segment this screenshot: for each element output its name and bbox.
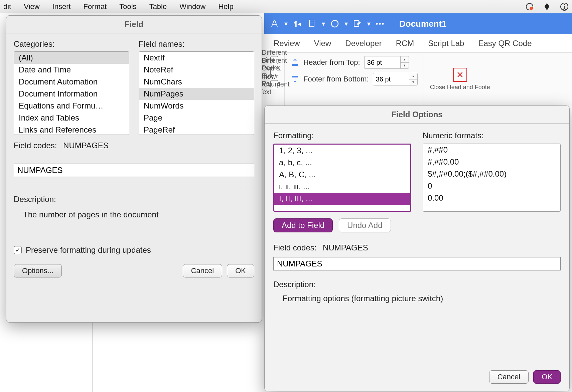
field-codes-label: Field codes: (14, 141, 57, 150)
ribbon-tabs: Review View Developer RCM Script Lab Eas… (264, 34, 572, 53)
header-top-stepper[interactable]: ▲▼ (400, 56, 409, 69)
category-option[interactable]: Index and Tables (14, 112, 129, 124)
formatting-option[interactable]: a, b, c, ... (274, 157, 410, 169)
header-from-top-label: Header from Top: (303, 58, 360, 67)
more-icon[interactable]: ••• (375, 18, 386, 29)
field-names-listbox[interactable]: NextIf NoteRef NumChars NumPages NumWord… (139, 51, 254, 135)
accessibility-icon[interactable] (560, 2, 569, 11)
menu-tools[interactable]: Tools (119, 2, 136, 11)
description-text: The number of pages in the document (23, 210, 254, 219)
document-name: Document1 (399, 19, 447, 29)
tab-script-lab[interactable]: Script Lab (428, 39, 464, 48)
add-to-field-button[interactable]: Add to Field (273, 218, 333, 232)
field-options-dialog: Field Options Formatting: 1, 2, 3, ... a… (264, 106, 570, 391)
header-top-icon (291, 58, 299, 67)
field-codes-value: NUMPAGES (63, 141, 109, 150)
document-insert-icon[interactable] (306, 18, 318, 29)
categories-listbox[interactable]: (All) Date and Time Document Automation … (14, 51, 129, 135)
edit-document-icon[interactable] (352, 18, 363, 29)
options-button[interactable]: Options... (14, 264, 62, 277)
formatting-option[interactable]: I, II, III, ... (274, 193, 410, 205)
category-option[interactable]: Date and Time (14, 64, 129, 76)
menubar: dit View Insert Format Tools Table Windo… (0, 0, 572, 13)
category-option[interactable]: Links and References (14, 124, 129, 135)
numeric-format-option[interactable]: 0 (423, 180, 560, 192)
divider (14, 188, 254, 188)
fo-description-text: Formatting options (formatting picture s… (283, 294, 561, 303)
formatting-option[interactable]: i, ii, iii, ... (274, 181, 410, 193)
field-options-title: Field Options (265, 106, 569, 124)
menu-window[interactable]: Window (179, 2, 205, 11)
cancel-button[interactable]: Cancel (183, 264, 222, 277)
tab-view[interactable]: View (314, 39, 331, 48)
tab-developer[interactable]: Developer (345, 39, 382, 48)
fo-field-code-input[interactable] (273, 257, 561, 270)
field-code-input[interactable] (14, 164, 254, 177)
pilcrow-icon[interactable]: ¶◂ (292, 18, 303, 29)
category-option[interactable]: Document Information (14, 88, 129, 100)
menubar-status-icons (525, 2, 569, 11)
menu-format[interactable]: Format (84, 2, 107, 11)
footer-from-bottom-label: Footer from Bottom: (303, 75, 369, 83)
chevron-down-icon[interactable]: ▾ (284, 18, 288, 29)
menu-edit[interactable]: dit (3, 2, 11, 11)
show-document-text-checkbox[interactable]: Show Document Text (270, 80, 278, 88)
field-name-option[interactable]: Page (139, 112, 254, 124)
chevron-down-icon[interactable]: ▾ (321, 18, 326, 29)
field-name-option[interactable]: NextIf (139, 52, 254, 64)
field-name-option[interactable]: PageRef (139, 124, 254, 135)
formatting-option[interactable]: 1, 2, 3, ... (274, 145, 410, 157)
svg-rect-7 (292, 64, 298, 66)
formatting-option[interactable]: A, B, C, ... (274, 169, 410, 181)
undo-add-button[interactable]: Undo Add (339, 218, 391, 232)
preserve-formatting-checkbox[interactable]: ✓ (14, 246, 22, 254)
field-name-option[interactable]: NumPages (139, 88, 254, 100)
header-from-top-input[interactable] (364, 56, 400, 69)
font-dropdown-icon[interactable] (269, 18, 280, 29)
utility-icon[interactable] (543, 2, 551, 11)
description-label: Description: (14, 195, 254, 204)
numeric-format-option[interactable]: #,##0.00 (423, 156, 560, 168)
ok-button[interactable]: OK (227, 264, 254, 277)
formatting-label: Formatting: (273, 131, 411, 140)
svg-point-3 (564, 4, 565, 5)
numeric-formats-listbox[interactable]: #,##0 #,##0.00 $#,##0.00;($#,##0.00) 0 0… (423, 144, 561, 212)
footer-from-bottom-input[interactable] (373, 73, 409, 85)
category-option[interactable]: (All) (14, 52, 129, 64)
numeric-format-option[interactable]: 0.00 (423, 192, 560, 204)
fo-field-codes-label: Field codes: (273, 243, 316, 252)
field-name-option[interactable]: NumWords (139, 100, 254, 112)
numeric-formats-label: Numeric formats: (423, 131, 561, 140)
tab-rcm[interactable]: RCM (396, 39, 414, 48)
close-header-footer-label: Close Head and Foote (430, 84, 490, 91)
numeric-format-option[interactable]: $#,##0.00;($#,##0.00) (423, 168, 560, 180)
menu-insert[interactable]: Insert (52, 2, 71, 11)
menu-view[interactable]: View (24, 2, 39, 11)
header-footer-toolbar: Different First Page Different Odd & Eve… (264, 53, 572, 106)
field-name-option[interactable]: NumChars (139, 76, 254, 88)
formatting-listbox[interactable]: 1, 2, 3, ... a, b, c, ... A, B, C, ... i… (273, 144, 411, 212)
close-header-footer-icon[interactable]: ✕ (453, 68, 467, 82)
field-dialog-title: Field (6, 16, 262, 33)
tab-easy-qr[interactable]: Easy QR Code (478, 39, 532, 48)
recording-indicator-icon[interactable] (525, 2, 534, 11)
tab-review[interactable]: Review (274, 39, 300, 48)
footer-bottom-icon (291, 75, 299, 83)
fo-ok-button[interactable]: OK (533, 370, 561, 384)
category-option[interactable]: Document Automation (14, 76, 129, 88)
svg-point-1 (530, 7, 533, 10)
category-option[interactable]: Equations and Formu… (14, 100, 129, 112)
numeric-format-option[interactable]: #,##0 (423, 144, 560, 156)
chevron-down-icon[interactable]: ▾ (367, 18, 371, 29)
fo-cancel-button[interactable]: Cancel (489, 370, 529, 384)
ribbon-bar: ▾ ¶◂ ▾ ▾ ▾ ••• Document1 (264, 13, 572, 34)
menu-help[interactable]: Help (218, 2, 233, 11)
svg-rect-4 (309, 20, 314, 27)
chevron-down-icon[interactable]: ▾ (344, 18, 348, 29)
circle-shape-icon[interactable] (329, 18, 340, 29)
field-name-option[interactable]: NoteRef (139, 64, 254, 76)
footer-bottom-stepper[interactable]: ▲▼ (409, 73, 418, 85)
menu-table[interactable]: Table (149, 2, 167, 11)
field-dialog: Field Categories: (All) Date and Time Do… (6, 15, 262, 323)
svg-rect-8 (292, 76, 298, 77)
